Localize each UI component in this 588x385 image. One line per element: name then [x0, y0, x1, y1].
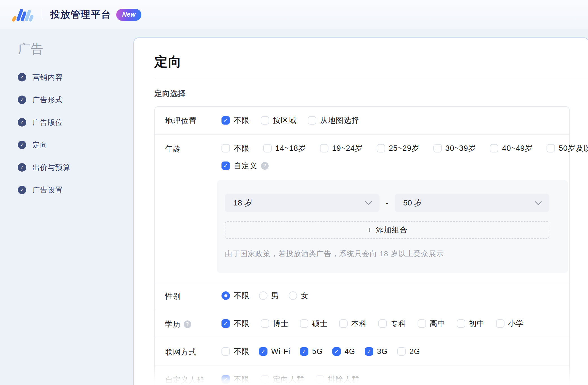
checkbox-option-自定义[interactable]: ✓自定义?	[221, 161, 269, 171]
checkbox-icon[interactable]	[308, 116, 316, 125]
checkbox-icon[interactable]	[261, 319, 269, 328]
brand-logo-icon	[11, 7, 34, 22]
gender-options: 不限男女	[221, 291, 559, 301]
option-label: 初中	[469, 318, 485, 329]
checkbox-option-40~49岁[interactable]: 40~49岁	[490, 143, 533, 153]
checkbox-option-2G[interactable]: 2G	[397, 347, 420, 356]
checkbox-option-3G[interactable]: ✓3G	[365, 347, 388, 356]
checkbox-option-排除人群[interactable]: 排除人群	[316, 374, 359, 384]
checkbox-icon[interactable]	[490, 144, 498, 152]
radio-icon[interactable]	[289, 291, 297, 300]
checkbox-icon[interactable]	[496, 319, 504, 328]
checkbox-option-不限[interactable]: ✓不限	[221, 374, 249, 384]
checkbox-checked-icon[interactable]: ✓	[221, 116, 230, 125]
step-label: 广告设置	[32, 185, 63, 195]
option-label: 排除人群	[328, 374, 359, 384]
checkbox-icon[interactable]	[221, 347, 230, 356]
checkbox-checked-icon[interactable]: ✓	[300, 347, 308, 356]
checkbox-option-30~39岁[interactable]: 30~39岁	[433, 143, 476, 153]
checkbox-option-4G[interactable]: ✓4G	[332, 347, 355, 356]
checkbox-option-硕士[interactable]: 硕士	[300, 318, 328, 329]
checkbox-option-本科[interactable]: 本科	[339, 318, 367, 329]
checkbox-option-14~18岁[interactable]: 14~18岁	[263, 143, 306, 153]
option-label: 本科	[351, 318, 367, 329]
radio-option-男[interactable]: 男	[259, 291, 279, 301]
step-completed-check-icon: ✓	[18, 186, 26, 194]
checkbox-icon[interactable]	[378, 319, 387, 328]
checkbox-option-从地图选择[interactable]: 从地图选择	[308, 115, 359, 125]
checkbox-option-小学[interactable]: 小学	[496, 318, 524, 329]
app-window: 投放管理平台 New 广告 ✓营销内容✓广告形式✓广告版位✓定向✓出价与预算✓广…	[0, 0, 588, 385]
option-label: 女	[301, 291, 309, 301]
header-divider	[42, 10, 42, 19]
sidebar-heading: 广告	[18, 41, 133, 57]
checkbox-option-5G[interactable]: ✓5G	[300, 347, 323, 356]
checkbox-icon[interactable]	[433, 144, 442, 152]
checkbox-icon[interactable]	[261, 375, 269, 384]
option-label: 4G	[345, 347, 355, 356]
option-label: 高中	[430, 318, 446, 329]
checkbox-option-不限[interactable]: ✓不限	[221, 318, 249, 329]
checkbox-icon[interactable]	[457, 319, 465, 328]
checkbox-icon[interactable]	[377, 144, 385, 152]
sidebar-step[interactable]: ✓定向	[18, 141, 133, 149]
checkbox-icon[interactable]	[261, 116, 269, 125]
checkbox-icon[interactable]	[547, 144, 555, 152]
section-label: 定向选择	[154, 88, 588, 99]
radio-icon[interactable]	[259, 291, 267, 300]
sidebar-step[interactable]: ✓广告设置	[18, 186, 133, 194]
checkbox-icon[interactable]	[418, 319, 426, 328]
checkbox-icon[interactable]	[339, 319, 348, 328]
help-icon[interactable]: ?	[261, 162, 269, 170]
checkbox-checked-icon[interactable]: ✓	[221, 375, 230, 384]
checkbox-option-不限[interactable]: ✓不限	[221, 115, 249, 125]
option-label: 25~29岁	[389, 143, 420, 153]
radio-selected-icon[interactable]	[221, 291, 230, 300]
page-title: 定向	[154, 55, 588, 68]
geo-options: ✓不限按区域从地图选择	[221, 115, 559, 125]
checkbox-checked-icon[interactable]: ✓	[365, 347, 373, 356]
radio-option-不限[interactable]: 不限	[221, 291, 249, 301]
add-combination-button[interactable]: + 添加组合	[225, 221, 549, 239]
option-label: 不限	[234, 346, 249, 357]
step-list: ✓营销内容✓广告形式✓广告版位✓定向✓出价与预算✓广告设置	[18, 73, 133, 194]
age-options: 不限14~18岁19~24岁25~29岁30~39岁40~49岁50岁及以上	[221, 143, 559, 153]
checkbox-icon[interactable]	[221, 144, 230, 152]
checkbox-checked-icon[interactable]: ✓	[221, 319, 230, 328]
age-custom-option: ✓自定义?	[221, 161, 559, 171]
checkbox-option-定向人群[interactable]: 定向人群	[261, 374, 304, 384]
option-label: 博士	[273, 318, 289, 329]
checkbox-checked-icon[interactable]: ✓	[221, 161, 230, 170]
checkbox-option-专科[interactable]: 专科	[378, 318, 406, 329]
checkbox-option-25~29岁[interactable]: 25~29岁	[377, 143, 420, 153]
age-from-select[interactable]: 18 岁	[225, 194, 379, 212]
checkbox-option-19~24岁[interactable]: 19~24岁	[320, 143, 363, 153]
checkbox-option-按区域[interactable]: 按区域	[261, 115, 297, 125]
checkbox-option-高中[interactable]: 高中	[418, 318, 446, 329]
checkbox-option-不限[interactable]: 不限	[221, 143, 249, 153]
age-to-select[interactable]: 50 岁	[395, 194, 549, 212]
checkbox-icon[interactable]	[263, 144, 272, 152]
checkbox-checked-icon[interactable]: ✓	[332, 347, 341, 356]
checkbox-icon[interactable]	[397, 347, 406, 356]
sidebar-step[interactable]: ✓广告版位	[18, 118, 133, 127]
checkbox-icon[interactable]	[300, 319, 308, 328]
help-icon[interactable]: ?	[184, 320, 191, 328]
checkbox-icon[interactable]	[320, 144, 328, 152]
row-label: 年龄	[165, 143, 221, 273]
app-title: 投放管理平台	[50, 8, 111, 21]
sidebar-step[interactable]: ✓营销内容	[18, 73, 133, 81]
checkbox-checked-icon[interactable]: ✓	[259, 347, 267, 356]
checkbox-option-不限[interactable]: 不限	[221, 346, 249, 357]
sidebar-step[interactable]: ✓广告形式	[18, 96, 133, 104]
checkbox-option-博士[interactable]: 博士	[261, 318, 289, 329]
radio-option-女[interactable]: 女	[289, 291, 309, 301]
age-to-value: 50 岁	[403, 198, 422, 208]
checkbox-option-Wi-Fi[interactable]: ✓Wi-Fi	[259, 347, 290, 356]
checkbox-option-初中[interactable]: 初中	[457, 318, 485, 329]
sidebar-step[interactable]: ✓出价与预算	[18, 163, 133, 172]
checkbox-option-50岁及以上[interactable]: 50岁及以上	[547, 143, 588, 153]
targeting-form: 地理位置 ✓不限按区域从地图选择 年龄 不限14~18岁19~24岁25~29岁…	[154, 106, 570, 385]
checkbox-icon[interactable]	[316, 375, 324, 384]
option-label: 自定义	[234, 161, 257, 171]
